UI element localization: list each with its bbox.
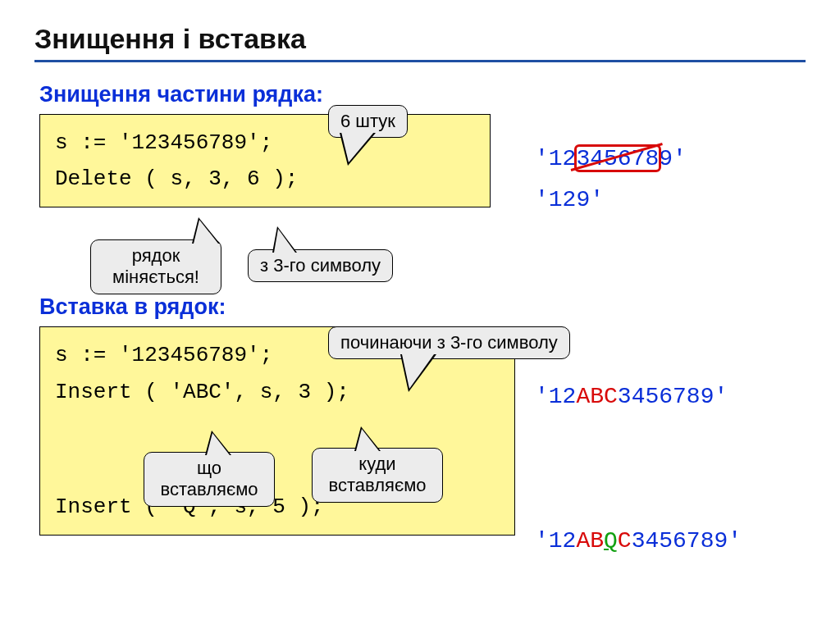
code-delete: s := '123456789'; Delete ( s, 3, 6 ); bbox=[39, 114, 491, 207]
quote: ' bbox=[535, 384, 549, 409]
result-suffix: 3456789 bbox=[618, 384, 714, 409]
quote: ' bbox=[714, 384, 728, 409]
callout-row-changes: рядок міняється! bbox=[90, 239, 221, 294]
result-prefix: 12 bbox=[549, 384, 577, 409]
quote: ' bbox=[673, 146, 687, 171]
section-delete-heading: Знищення частини рядка: bbox=[39, 82, 806, 107]
code-delete-line-1: s := '123456789'; bbox=[55, 125, 475, 161]
title-rule bbox=[34, 60, 806, 62]
code-delete-line-2: Delete ( s, 3, 6 ); bbox=[55, 161, 475, 197]
result-insert-2: '12ABQC3456789' bbox=[535, 528, 742, 554]
slide-title: Знищення і вставка bbox=[34, 23, 806, 55]
callout-starting-3rd: починаючи з 3-го символу bbox=[328, 326, 570, 359]
quote: ' bbox=[535, 146, 549, 171]
result-delete-after: '129' bbox=[535, 187, 604, 212]
section-insert-heading: Вставка в рядок: bbox=[39, 294, 806, 320]
result-ab: AB bbox=[576, 528, 604, 554]
quote: ' bbox=[535, 528, 549, 554]
callout-from-3rd: з 3-го символу bbox=[248, 249, 393, 282]
quote: ' bbox=[728, 528, 742, 554]
result-insert-1: '12ABC3456789' bbox=[535, 384, 728, 409]
result-q: Q bbox=[604, 528, 618, 554]
result-c: C bbox=[618, 528, 632, 554]
result-inserted: ABC bbox=[576, 384, 617, 409]
callout-where-insert: куди вставляємо bbox=[312, 448, 443, 503]
result-suffix: 3456789 bbox=[632, 528, 728, 554]
result-prefix: 12 bbox=[549, 528, 577, 554]
callout-what-insert: що вставляємо bbox=[144, 452, 275, 507]
